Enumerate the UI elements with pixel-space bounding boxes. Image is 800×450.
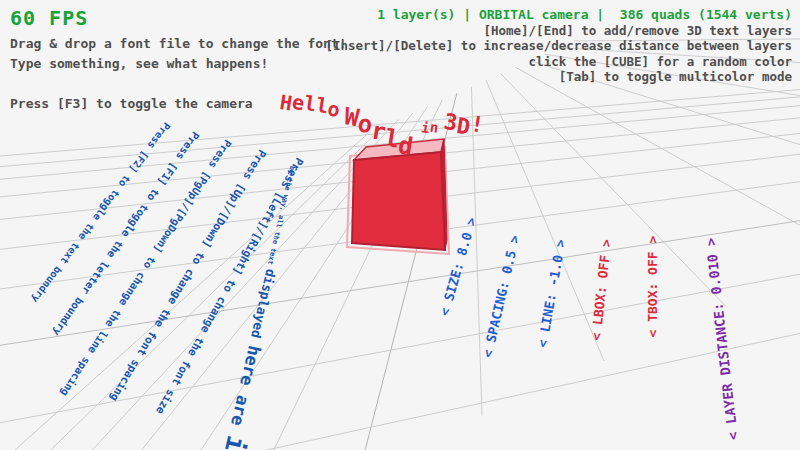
spine-segment: by the way, all the text (265, 165, 296, 269)
hint-multicolor: [Tab] to toggle multicolor mode (559, 69, 792, 84)
status-bar: 1 layer(s) | ORBITAL camera | 386 quads … (377, 7, 792, 22)
spine-segment: here are (225, 344, 265, 438)
hud-left-hints: Drag & drop a font file to change the fo… (10, 34, 347, 114)
hint-type: Type something, see what happens! (10, 56, 268, 71)
spine-segment: displayed (246, 268, 278, 348)
hint-layer-distance: [Insert]/[Delete] to increase/decrease d… (325, 38, 792, 53)
spacer (10, 74, 347, 94)
hud-right-hints: 1 layer(s) | ORBITAL camera | 386 quads … (325, 7, 792, 85)
hint-layers: [Home]/[End] to add/remove 3D text layer… (483, 23, 792, 38)
raylib-3d-text-viewport[interactable]: Press [F2] to toggle the text boundry Pr… (0, 0, 800, 450)
cube-front-face (352, 152, 445, 250)
setting-tbox: < TBOX: OFF > (645, 236, 660, 338)
hint-drag-drop: Drag & drop a font file to change the fo… (10, 36, 347, 51)
fps-counter: 60 FPS (10, 6, 88, 30)
hint-toggle-camera: Press [F3] to toggle the camera (10, 96, 253, 111)
hint-cube-color: click the [CUBE] for a random color (529, 54, 792, 69)
